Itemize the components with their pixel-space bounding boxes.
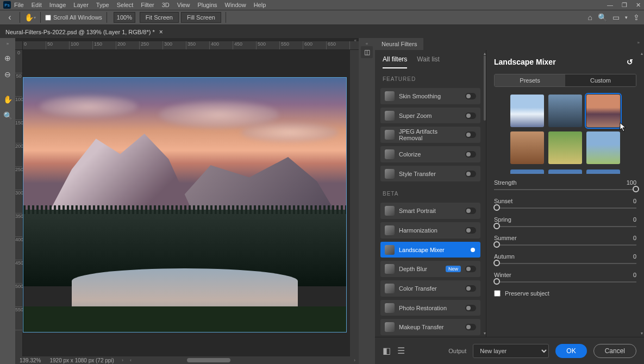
filter-toggle[interactable] <box>465 285 476 292</box>
filter-smart-portrait[interactable]: Smart Portrait <box>380 203 480 219</box>
filter-toggle[interactable] <box>465 266 476 272</box>
close-button[interactable]: ✕ <box>636 2 641 9</box>
filter-harmonization[interactable]: Harmonization <box>380 222 480 239</box>
scroll-left-icon[interactable]: ‹ <box>130 357 132 363</box>
cancel-button[interactable]: Cancel <box>593 344 636 358</box>
maximize-button[interactable]: ❐ <box>622 2 627 9</box>
fit-screen-button[interactable]: Fit Screen <box>140 12 179 23</box>
preset-3[interactable] <box>586 95 620 127</box>
back-button[interactable]: ‹ <box>4 12 15 23</box>
subtract-tool-icon[interactable]: ⊖ <box>2 69 13 80</box>
presets-tab[interactable]: Presets <box>495 74 565 86</box>
slider-winter[interactable]: Winter0 <box>494 272 636 283</box>
filter-style-transfer[interactable]: Style Transfer <box>380 166 480 182</box>
scrollbar-horizontal[interactable] <box>187 358 230 362</box>
preset-5[interactable] <box>548 131 582 164</box>
menu-edit[interactable]: Edit <box>32 2 42 8</box>
home-icon[interactable]: ⌂ <box>588 13 592 22</box>
fill-screen-button[interactable]: Fill Screen <box>181 12 221 23</box>
hand-tool-icon[interactable]: ✋ <box>2 94 13 105</box>
reset-icon[interactable]: ↺ <box>627 58 633 66</box>
menu-3d[interactable]: 3D <box>162 2 170 8</box>
canvas[interactable] <box>23 50 350 356</box>
slider-knob[interactable] <box>493 204 500 211</box>
expand-toolbar-icon[interactable]: » <box>7 41 9 46</box>
menu-plugins[interactable]: Plugins <box>197 2 217 8</box>
zoom-value[interactable]: 100% <box>114 12 135 23</box>
filter-color-transfer[interactable]: Color Transfer <box>380 280 480 297</box>
share-icon[interactable]: ⇪ <box>633 13 640 22</box>
preset-2[interactable] <box>548 95 582 127</box>
filter-toggle[interactable] <box>465 305 476 311</box>
dock-panel-icon[interactable]: ◫ <box>361 46 373 58</box>
search-icon[interactable]: 🔍 <box>598 13 607 22</box>
menu-help[interactable]: Help <box>254 2 266 8</box>
slider-sunset[interactable]: Sunset0 <box>494 198 636 209</box>
filter-depth-blur[interactable]: Depth BlurNew <box>380 261 480 277</box>
neural-filters-tab[interactable]: Neural Filters <box>375 38 423 50</box>
filter-toggle[interactable] <box>465 208 476 214</box>
compare-icon[interactable]: ◧ <box>383 346 391 356</box>
minimize-button[interactable]: — <box>607 2 613 9</box>
filter-skin-smoothing[interactable]: Skin Smoothing <box>380 88 480 104</box>
filter-landscape-mixer[interactable]: Landscape Mixer <box>380 242 480 258</box>
filter-super-zoom[interactable]: Super Zoom <box>380 108 480 124</box>
close-document-icon[interactable]: × <box>159 28 163 36</box>
preset-6[interactable] <box>586 131 620 164</box>
scroll-right-icon[interactable]: › <box>354 357 355 363</box>
custom-tab[interactable]: Custom <box>565 74 636 86</box>
menu-layer[interactable]: Layer <box>73 2 89 8</box>
filter-jpeg-artifacts[interactable]: JPEG Artifacts Removal <box>380 127 480 143</box>
menu-file[interactable]: File <box>14 2 24 8</box>
settings-scrollbar[interactable]: ▴▾ <box>641 50 643 337</box>
filter-toggle[interactable] <box>465 324 476 330</box>
filter-toggle[interactable] <box>465 247 476 253</box>
filter-toggle[interactable] <box>465 227 476 234</box>
slider-summer[interactable]: Summer0 <box>494 235 636 246</box>
preset-4[interactable] <box>510 131 544 164</box>
layers-icon[interactable]: ☰ <box>397 346 405 356</box>
menu-image[interactable]: Image <box>49 2 66 8</box>
preserve-subject-checkbox[interactable] <box>494 290 501 297</box>
filter-toggle[interactable] <box>465 171 476 177</box>
scroll-all-windows-checkbox[interactable] <box>45 15 51 21</box>
ok-button[interactable]: OK <box>555 344 586 358</box>
menu-type[interactable]: Type <box>96 2 109 8</box>
slider-strength[interactable]: Strength100 <box>494 179 636 190</box>
collapse-dock-icon[interactable]: « <box>366 41 368 46</box>
slider-knob[interactable] <box>633 186 639 192</box>
slider-knob[interactable] <box>493 241 500 248</box>
filter-toggle[interactable] <box>465 151 476 158</box>
all-filters-tab[interactable]: All filters <box>383 55 407 68</box>
wait-list-tab[interactable]: Wait list <box>417 55 440 68</box>
filter-toggle[interactable] <box>465 131 476 138</box>
frame-icon[interactable]: ▭ <box>612 13 620 22</box>
status-chevron-icon[interactable]: › <box>122 357 123 363</box>
filter-makeup-transfer[interactable]: Makeup Transfer <box>380 319 480 335</box>
zoom-tool-icon[interactable]: 🔍 <box>2 110 13 121</box>
filter-toggle[interactable] <box>465 112 476 119</box>
preset-1[interactable] <box>510 95 544 127</box>
document-tab[interactable]: Neural-Filters-Ps-2022.psd @ 139% (Layer… <box>0 26 168 38</box>
menu-filter[interactable]: Filter <box>141 2 154 8</box>
add-tool-icon[interactable]: ⊕ <box>2 53 13 64</box>
slider-autumn[interactable]: Autumn0 <box>494 253 636 264</box>
preset-8[interactable] <box>548 170 582 174</box>
slider-knob[interactable] <box>493 260 500 266</box>
slider-knob[interactable] <box>493 223 500 229</box>
caret-icon[interactable]: ▾ <box>625 15 628 20</box>
output-dropdown[interactable]: New layer <box>473 344 549 358</box>
collapse-panel-icon[interactable]: » <box>633 38 644 50</box>
preset-9[interactable] <box>586 170 620 174</box>
slider-spring[interactable]: Spring0 <box>494 216 636 227</box>
preset-7[interactable] <box>510 170 544 174</box>
menu-select[interactable]: Select <box>117 2 134 8</box>
hand-tool-icon[interactable]: ✋ <box>24 13 34 22</box>
scrollbar-vertical[interactable] <box>350 50 359 356</box>
filter-photo-restoration[interactable]: Photo Restoration <box>380 300 480 316</box>
filter-list-scrollbar[interactable]: ▴▾ <box>484 50 486 337</box>
menu-view[interactable]: View <box>177 2 190 8</box>
slider-knob[interactable] <box>493 278 500 285</box>
menu-window[interactable]: Window <box>225 2 246 8</box>
filter-colorize[interactable]: Colorize <box>380 146 480 162</box>
